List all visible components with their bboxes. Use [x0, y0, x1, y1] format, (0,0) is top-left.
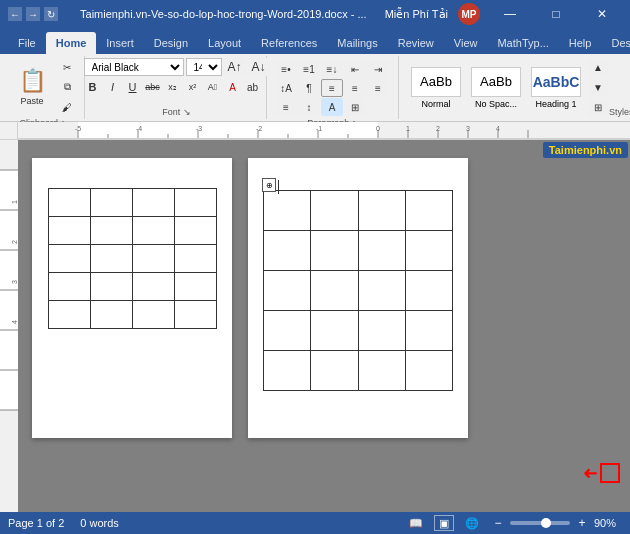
- tab-view[interactable]: View: [444, 32, 488, 54]
- align-center-button[interactable]: ≡: [344, 79, 366, 97]
- paste-button[interactable]: 📋 Paste: [10, 61, 54, 113]
- styles-down-button[interactable]: ▼: [587, 79, 609, 97]
- tab-design2[interactable]: Design: [601, 32, 630, 54]
- italic-button[interactable]: I: [104, 78, 122, 96]
- font-group: Arial Black 14 A↑ A↓ B I U abc x₂ x² A⃝ …: [87, 56, 267, 119]
- minimize-button[interactable]: —: [490, 0, 530, 28]
- red-box: [600, 463, 620, 483]
- align-right-button[interactable]: ≡: [367, 79, 389, 97]
- increase-font-button[interactable]: A↑: [224, 58, 246, 76]
- table-cell: [174, 273, 216, 301]
- strikethrough-button[interactable]: abc: [144, 78, 162, 96]
- red-arrow-icon: ➜: [583, 462, 598, 484]
- multilevel-list-button[interactable]: ≡↓: [321, 60, 343, 78]
- tab-insert[interactable]: Insert: [96, 32, 144, 54]
- table-cell: [311, 231, 358, 271]
- refresh-btn[interactable]: ↻: [44, 7, 58, 21]
- font-name-select[interactable]: Arial Black: [84, 58, 184, 76]
- decrease-indent-button[interactable]: ⇤: [344, 60, 366, 78]
- table-cell: [405, 271, 452, 311]
- svg-text:4: 4: [11, 320, 18, 324]
- horizontal-ruler: -5 -4 -3 -2 -1 0 1 2 3 4: [18, 122, 630, 139]
- watermark-suffix: aimienphi.vn: [555, 144, 622, 156]
- styles-up-button[interactable]: ▲: [587, 59, 609, 77]
- tab-review[interactable]: Review: [388, 32, 444, 54]
- highlight-button[interactable]: ab: [244, 78, 262, 96]
- zoom-controls: − + 90%: [490, 515, 622, 531]
- svg-text:0: 0: [376, 125, 380, 132]
- table-move-handle[interactable]: ⊕: [262, 178, 276, 192]
- tab-mailings[interactable]: Mailings: [327, 32, 387, 54]
- zoom-in-button[interactable]: +: [574, 515, 590, 531]
- bullet-list-button[interactable]: ≡•: [275, 60, 297, 78]
- svg-text:-1: -1: [316, 125, 322, 132]
- paragraph-group: ≡• ≡1 ≡↓ ⇤ ⇥ ↕A ¶ ≡ ≡ ≡ ≡ ↕ A ⊞ Paragrap…: [269, 56, 399, 119]
- read-mode-button[interactable]: 📖: [406, 515, 426, 531]
- tab-references[interactable]: References: [251, 32, 327, 54]
- increase-indent-button[interactable]: ⇥: [367, 60, 389, 78]
- text-color-button[interactable]: A: [224, 78, 242, 96]
- numbered-list-button[interactable]: ≡1: [298, 60, 320, 78]
- tab-mathtype[interactable]: MathTyp...: [487, 32, 558, 54]
- subscript-button[interactable]: x₂: [164, 78, 182, 96]
- table-row: [264, 271, 453, 311]
- table-cell: [174, 189, 216, 217]
- print-layout-button[interactable]: ▣: [434, 515, 454, 531]
- font-size-select[interactable]: 14: [186, 58, 222, 76]
- style-heading1-button[interactable]: AaBbC Heading 1: [527, 64, 585, 112]
- table-cell: [90, 301, 132, 329]
- table-cell: [405, 351, 452, 391]
- table-row: [48, 301, 216, 329]
- table-cell: [174, 301, 216, 329]
- format-painter-button[interactable]: 🖌: [56, 98, 78, 116]
- table-cell: [132, 217, 174, 245]
- align-left-button[interactable]: ≡: [321, 79, 343, 97]
- superscript-button[interactable]: x²: [184, 78, 202, 96]
- word-count: 0 words: [80, 517, 119, 529]
- watermark: Taimienphi.vn: [543, 142, 628, 158]
- tab-design[interactable]: Design: [144, 32, 198, 54]
- page-2: ⊕: [248, 158, 468, 438]
- copy-button[interactable]: ⧉: [56, 78, 78, 96]
- table-row: [48, 273, 216, 301]
- zoom-out-button[interactable]: −: [490, 515, 506, 531]
- clipboard-group: 📋 Paste ✂ ⧉ 🖌 Clipboard ↘: [4, 56, 85, 119]
- zoom-slider[interactable]: [510, 521, 570, 525]
- maximize-button[interactable]: □: [536, 0, 576, 28]
- svg-text:3: 3: [11, 280, 18, 284]
- cut-button[interactable]: ✂: [56, 58, 78, 76]
- clear-format-button[interactable]: A⃝: [204, 78, 222, 96]
- forward-btn[interactable]: →: [26, 7, 40, 21]
- table-cell: [48, 301, 90, 329]
- border-button[interactable]: ⊞: [344, 98, 366, 116]
- table-cell: [48, 245, 90, 273]
- svg-text:2: 2: [436, 125, 440, 132]
- styles-more-button[interactable]: ⊞: [587, 99, 609, 117]
- vertical-ruler: 1 2 3 4: [0, 140, 18, 512]
- close-button[interactable]: ✕: [582, 0, 622, 28]
- table-cell: [264, 351, 311, 391]
- tab-home[interactable]: Home: [46, 32, 97, 54]
- sort-button[interactable]: ↕A: [275, 79, 297, 97]
- status-bar: Page 1 of 2 0 words 📖 ▣ 🌐 − + 90%: [0, 512, 630, 534]
- style-normal-button[interactable]: AaBb Normal: [407, 64, 465, 112]
- bold-button[interactable]: B: [84, 78, 102, 96]
- style-no-spacing-button[interactable]: AaBb No Spac...: [467, 64, 525, 112]
- underline-button[interactable]: U: [124, 78, 142, 96]
- main-area: 1 2 3 4 Taimienphi.vn: [0, 140, 630, 512]
- tab-help[interactable]: Help: [559, 32, 602, 54]
- line-spacing-button[interactable]: ↕: [298, 98, 320, 116]
- show-hide-button[interactable]: ¶: [298, 79, 320, 97]
- decrease-font-button[interactable]: A↓: [248, 58, 270, 76]
- document-area[interactable]: Taimienphi.vn: [18, 140, 630, 512]
- table-row: [48, 245, 216, 273]
- tab-layout[interactable]: Layout: [198, 32, 251, 54]
- vertical-ruler-svg: 1 2 3 4: [0, 140, 18, 512]
- pages-container: ⊕: [28, 150, 620, 446]
- justify-button[interactable]: ≡: [275, 98, 297, 116]
- tab-file[interactable]: File: [8, 32, 46, 54]
- shading-button[interactable]: A: [321, 98, 343, 116]
- user-avatar[interactable]: MP: [458, 3, 480, 25]
- web-layout-button[interactable]: 🌐: [462, 515, 482, 531]
- back-btn[interactable]: ←: [8, 7, 22, 21]
